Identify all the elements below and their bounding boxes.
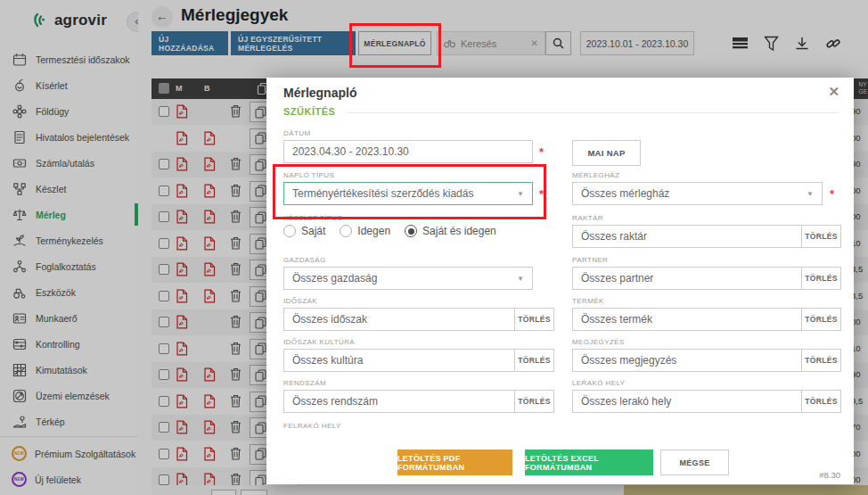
radio-sajat[interactable]: Saját — [283, 225, 325, 237]
period-label: IDŐSZAK — [283, 297, 317, 305]
partner-label: PARTNER — [572, 256, 608, 264]
clear-button[interactable]: TÖRLÉS — [801, 309, 840, 330]
date-field-label: DÁTUM — [283, 129, 310, 137]
download-pdf-button[interactable]: LETÖLTÉS PDF FORMÁTUMBAN — [397, 450, 512, 475]
note-label: MEGJEGYZÉS — [572, 338, 625, 346]
product-label: TERMÉK — [572, 297, 604, 305]
required-asterisk: * — [830, 187, 834, 201]
log-type-select[interactable]: Terményértékesítési szerződés kiadás ▼ — [283, 182, 533, 205]
clear-button[interactable]: TÖRLÉS — [801, 350, 840, 371]
load-place-label: FELRAKÓ HELY — [283, 422, 341, 430]
filter-section-title: SZŰKÍTÉS — [283, 106, 335, 117]
warehouse-field[interactable]: Összes raktár TÖRLÉS — [572, 225, 841, 248]
radio-icon — [283, 225, 296, 237]
radio-idegen[interactable]: Idegen — [340, 225, 390, 237]
clear-button[interactable]: TÖRLÉS — [801, 391, 840, 412]
download-excel-button[interactable]: LETÖLTÉS EXCEL FORMÁTUMBAN — [525, 450, 653, 475]
app-root: agrovir ‹ Termesztési időszakokKísérletF… — [0, 0, 868, 495]
modal-ref-number: #8.30 — [819, 470, 840, 480]
chevron-down-icon: ▼ — [517, 190, 524, 198]
clear-button[interactable]: TÖRLÉS — [514, 391, 553, 412]
weighhouse-select[interactable]: Összes mérlegház ▼ — [572, 182, 823, 205]
product-field[interactable]: Összes termék TÖRLÉS — [572, 308, 841, 331]
stock-type-radio-group: Saját Idegen Saját és idegen — [283, 225, 496, 237]
partner-field[interactable]: Összes partner TÖRLÉS — [572, 267, 841, 290]
clear-button[interactable]: TÖRLÉS — [801, 226, 840, 247]
log-type-label: NAPLÓ TÍPUS — [283, 171, 334, 179]
unload-place-field[interactable]: Összes lerakó hely TÖRLÉS — [572, 390, 841, 413]
date-field[interactable]: 2023.04.30 - 2023.10.30 — [283, 140, 533, 163]
unload-place-label: LERAKÓ HELY — [572, 379, 625, 387]
weighbridge-log-modal: Mérlegnapló ✕ SZŰKÍTÉS DÁTUM 2023.04.30 … — [266, 78, 854, 484]
clear-button[interactable]: TÖRLÉS — [801, 268, 840, 289]
farm-select[interactable]: Összes gazdaság ▼ — [283, 267, 533, 290]
clear-button[interactable]: TÖRLÉS — [514, 309, 553, 330]
radio-icon — [340, 225, 352, 237]
note-field[interactable]: Összes megjegyzés TÖRLÉS — [572, 349, 841, 372]
modal-title: Mérlegnapló — [283, 86, 356, 100]
chevron-down-icon: ▼ — [517, 275, 524, 283]
period-field[interactable]: Összes időszak TÖRLÉS — [283, 308, 554, 331]
clear-button[interactable]: TÖRLÉS — [514, 350, 553, 371]
required-asterisk: * — [539, 187, 544, 201]
today-button[interactable]: MAI NAP — [572, 140, 641, 166]
required-asterisk: * — [539, 145, 544, 159]
plate-number-field[interactable]: Összes rendszám TÖRLÉS — [283, 390, 554, 413]
period-culture-label: IDŐSZAK KULTÚRA — [283, 338, 355, 346]
plate-number-label: RENDSZÁM — [283, 379, 326, 387]
radio-sajat-es-idegen[interactable]: Saját és idegen — [405, 225, 496, 237]
chevron-down-icon: ▼ — [807, 190, 814, 198]
warehouse-label: RAKTÁR — [572, 214, 603, 222]
farm-label: GAZDASÁG — [283, 256, 326, 264]
period-culture-field[interactable]: Összes kultúra TÖRLÉS — [283, 349, 554, 372]
section-divider — [347, 112, 839, 113]
cancel-button[interactable]: MÉGSE — [660, 450, 729, 475]
radio-icon-selected — [405, 225, 417, 237]
weighhouse-label: MÉRLEGHÁZ — [572, 171, 619, 179]
close-icon[interactable]: ✕ — [828, 84, 839, 100]
stock-type-label: KÉSZLET TÍPUS — [283, 214, 342, 222]
